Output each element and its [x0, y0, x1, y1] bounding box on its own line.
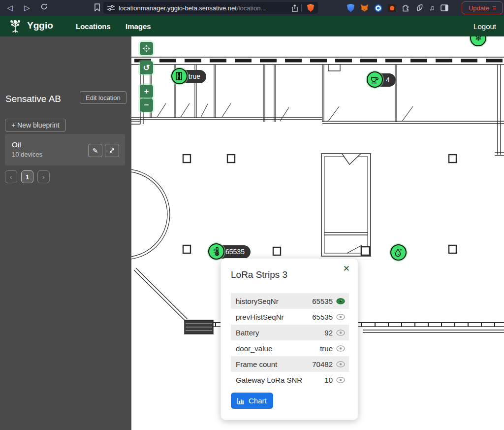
extension-icons: ♫: [347, 0, 448, 16]
device-field-row: Gateway LoRa SNR 10: [231, 372, 349, 388]
coffee-cup-icon: [371, 76, 379, 84]
chart-button-label: Chart: [249, 397, 267, 405]
eye-icon[interactable]: [336, 345, 345, 352]
field-label: Battery: [236, 329, 324, 337]
field-label: historySeqNr: [236, 297, 312, 305]
menu-icon: ≡: [492, 4, 496, 12]
device-name: LoRa Strips 3: [231, 269, 287, 280]
back-icon[interactable]: ◁: [7, 3, 13, 12]
blueprint-map[interactable]: ↺ + − true 4 65535: [131, 36, 504, 430]
logout-link[interactable]: Logout: [473, 22, 496, 31]
blueprint-device-count: 10 devices: [12, 151, 42, 158]
field-label: Gateway LoRa SNR: [236, 376, 324, 384]
device-field-row: door_value true: [231, 340, 349, 356]
eye-icon[interactable]: [336, 314, 345, 320]
new-blueprint-button[interactable]: + New blueprint: [5, 119, 66, 132]
minus-icon: −: [144, 100, 149, 110]
blueprint-name: OiL: [12, 140, 23, 149]
snowflake-icon: ❄: [474, 36, 481, 42]
device-popup: LoRa Strips 3 ✕ historySeqNr 65535 prevH…: [220, 258, 358, 420]
divider: [301, 4, 302, 11]
nav-item-images[interactable]: Images: [126, 22, 151, 31]
device-field-row: Battery 92: [231, 325, 349, 340]
thermometer-icon: [213, 247, 220, 256]
pagination-prev-button[interactable]: ‹: [5, 170, 17, 183]
pencil-icon: ✎: [93, 147, 98, 155]
brave-shield-icon[interactable]: [307, 4, 314, 12]
extensions-puzzle-icon[interactable]: [402, 4, 410, 12]
field-value: 70482: [312, 360, 333, 368]
browser-update-button[interactable]: Update ≡: [462, 1, 503, 14]
rotate-icon: ↺: [143, 63, 150, 72]
tune-icon: [107, 5, 115, 11]
field-label: prevHistSeqNr: [236, 313, 312, 321]
droplet-icon: [395, 248, 402, 257]
device-field-row: prevHistSeqNr 65535: [231, 309, 349, 325]
temperature-marker[interactable]: [208, 243, 224, 260]
browser-toolbar: ◁ ▷ locationmanager.yggio-beta.sensative…: [0, 0, 504, 16]
pan-button[interactable]: [140, 42, 153, 55]
screen: ◁ ▷ locationmanager.yggio-beta.sensative…: [0, 0, 504, 430]
brand-name: Yggio: [27, 20, 53, 31]
forward-icon[interactable]: ▷: [24, 3, 30, 12]
field-value: true: [320, 344, 333, 353]
blueprint-card[interactable]: OiL 10 devices ✎: [5, 134, 125, 165]
field-label: Frame count: [236, 360, 312, 368]
eye-visible-icon[interactable]: [336, 298, 345, 304]
fox-extension-icon[interactable]: [360, 4, 369, 12]
lion-extension-icon[interactable]: [388, 4, 396, 12]
eye-icon[interactable]: [336, 377, 345, 383]
chart-button[interactable]: Chart: [231, 393, 273, 409]
coffee-marker[interactable]: [367, 71, 383, 88]
field-value: 92: [324, 329, 333, 337]
adblock-shield-icon[interactable]: [347, 4, 354, 12]
zoom-out-button[interactable]: −: [140, 99, 153, 112]
plus-icon: +: [144, 87, 149, 97]
field-value: 10: [324, 376, 333, 384]
edit-blueprint-button[interactable]: ✎: [88, 144, 102, 157]
pagination-next-button[interactable]: ›: [37, 170, 50, 183]
share-icon[interactable]: [292, 4, 298, 12]
door-marker[interactable]: [171, 68, 188, 84]
eye-icon[interactable]: [336, 361, 345, 367]
door-icon: [176, 72, 183, 80]
update-label: Update: [469, 4, 489, 12]
expand-blueprint-button[interactable]: [105, 144, 119, 157]
device-field-row: historySeqNr 65535: [231, 293, 349, 309]
leaf-icon[interactable]: [416, 4, 423, 12]
url-path: /location...: [237, 4, 266, 12]
sidebar-panel-icon[interactable]: [441, 4, 448, 11]
brand[interactable]: Yggio: [8, 18, 53, 33]
field-label: door_value: [236, 344, 320, 353]
bar-chart-icon: [237, 397, 245, 404]
device-field-list: historySeqNr 65535 prevHistSeqNr 65535 B…: [231, 293, 349, 388]
edit-location-button[interactable]: Edit location: [80, 91, 126, 104]
humidity-marker[interactable]: [390, 244, 407, 261]
location-title: Sensative AB: [5, 94, 61, 104]
url-host: locationmanager.yggio-beta.sensative.net: [119, 4, 237, 12]
close-icon[interactable]: ✕: [341, 263, 352, 275]
reload-icon[interactable]: [40, 3, 48, 10]
field-value: 65535: [312, 297, 333, 305]
zoom-in-button[interactable]: +: [140, 85, 153, 98]
device-field-row: Frame count 70482: [231, 356, 349, 372]
blue-circle-extension-icon[interactable]: [375, 4, 382, 12]
pagination-page-button[interactable]: 1: [21, 170, 33, 183]
app-navbar: Yggio Locations Images Logout: [0, 16, 504, 36]
address-bar[interactable]: locationmanager.yggio-beta.sensative.net…: [103, 2, 318, 14]
rotate-button[interactable]: ↺: [140, 61, 153, 74]
music-note-icon[interactable]: ♫: [429, 3, 435, 12]
expand-icon: [109, 147, 115, 154]
sidebar: Sensative AB Edit location + New bluepri…: [0, 36, 131, 430]
bookmark-icon[interactable]: [94, 3, 100, 11]
field-value: 65535: [312, 313, 333, 321]
eye-icon[interactable]: [336, 330, 345, 336]
nav-item-locations[interactable]: Locations: [76, 22, 111, 31]
yggio-tree-logo-icon: [8, 18, 23, 33]
